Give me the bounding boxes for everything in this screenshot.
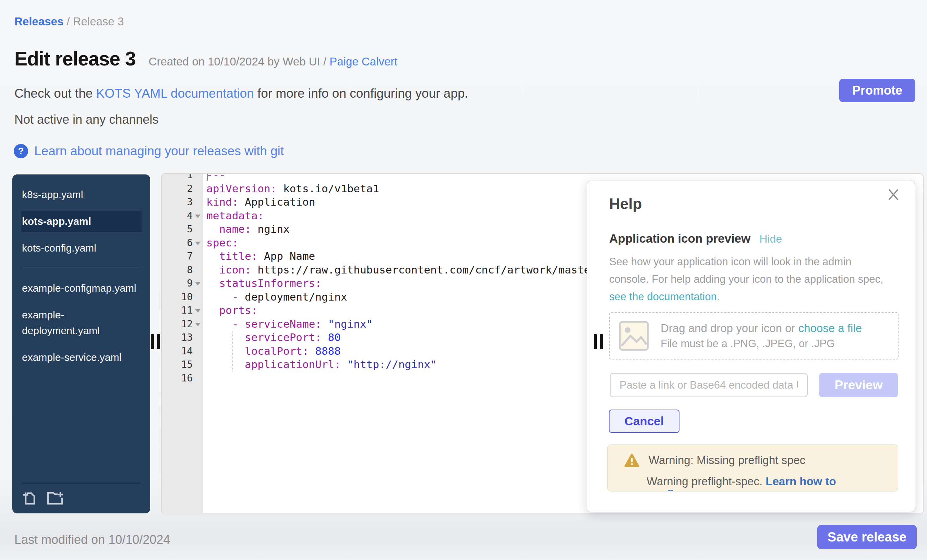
icon-dropzone[interactable]: Drag and drop your icon or choose a file… (609, 312, 898, 360)
line-number: 3 (162, 195, 193, 209)
doc-info-prefix: Check out the (14, 87, 96, 100)
warning-icon (624, 453, 640, 467)
page-title: Edit release 3 (14, 47, 136, 70)
sidebar-divider (21, 268, 141, 268)
line-number: 6 (162, 236, 193, 250)
line-number: 2 (162, 182, 193, 196)
edit-release-page: Releases / Release 3 Edit release 3 Crea… (0, 0, 927, 560)
new-folder-button[interactable] (45, 490, 64, 506)
preflight-warning: Warning: Missing preflight spec Warning … (607, 445, 898, 492)
new-file-button[interactable] (21, 490, 37, 506)
question-icon: ? (14, 144, 28, 158)
file-list: k8s-app.yamlkots-app.yamlkots-config.yam… (12, 184, 150, 368)
dropzone-prompt: Drag and drop your icon or (661, 322, 798, 334)
sidebar-actions (21, 483, 141, 506)
warning-text: Warning: Missing preflight spec (649, 454, 805, 467)
fold-spacer (193, 249, 203, 263)
author-link[interactable]: Paige Calvert (330, 55, 397, 68)
fold-spacer (193, 372, 203, 385)
choose-file-link[interactable]: choose a file (798, 322, 862, 334)
fold-caret-icon[interactable] (193, 276, 203, 290)
description-period: . (717, 291, 720, 303)
breadcrumb-current: Release 3 (73, 15, 124, 28)
breadcrumb-separator: / (67, 15, 73, 28)
kots-yaml-doc-link[interactable]: KOTS YAML documentation (96, 87, 254, 100)
fold-spacer (193, 222, 203, 236)
channel-status: Not active in any channels (14, 112, 158, 127)
created-info: Created on 10/10/2024 by Web UI / Paige … (149, 55, 398, 68)
fold-caret-icon[interactable] (193, 317, 203, 331)
line-number: 16 (162, 372, 193, 385)
doc-info-suffix: for more info on configuring your app. (254, 87, 468, 100)
dropzone-filetypes: File must be a .PNG, .JPEG, or .JPG (661, 338, 862, 350)
save-release-button[interactable]: Save release (817, 525, 917, 549)
fold-spacer (193, 358, 203, 372)
sidebar-item-k8s-app-yaml[interactable]: k8s-app.yaml (21, 184, 141, 205)
sidebar-item-kots-app-yaml[interactable]: kots-app.yaml (21, 211, 141, 232)
help-title: Help (609, 195, 642, 212)
help-close-button[interactable] (886, 187, 901, 202)
fold-spacer (193, 263, 203, 277)
image-placeholder-icon (619, 320, 649, 351)
close-icon (886, 187, 901, 202)
dropzone-text: Drag and drop your icon or choose a file… (661, 322, 862, 350)
fold-spacer (193, 182, 203, 196)
git-releases-link[interactable]: Learn about managing your releases with … (34, 144, 284, 158)
created-text: Created on 10/10/2024 by Web UI / (149, 55, 330, 68)
editor-cursor (207, 173, 208, 181)
fold-spacer (193, 290, 203, 304)
editor-resize-handle-left[interactable] (151, 334, 160, 349)
line-number: 7 (162, 249, 193, 263)
breadcrumb: Releases / Release 3 (14, 15, 124, 28)
line-number: 10 (162, 290, 193, 304)
line-number: 14 (162, 344, 193, 358)
line-number: 15 (162, 358, 193, 372)
fold-caret-icon[interactable] (193, 304, 203, 317)
sidebar-item-kots-config-yaml[interactable]: kots-config.yaml (21, 238, 141, 259)
line-number: 8 (162, 263, 193, 277)
file-sidebar: k8s-app.yamlkots-app.yamlkots-config.yam… (12, 175, 150, 513)
sidebar-item-example-configmap-yaml[interactable]: example-configmap.yaml (21, 278, 141, 299)
doc-info-line: Check out the KOTS YAML documentation fo… (14, 87, 468, 101)
cancel-button[interactable]: Cancel (609, 410, 679, 433)
warning-detail: Warning preflight-spec. Learn how to con… (647, 475, 887, 492)
help-panel: Help Application icon preview Hide See h… (587, 181, 915, 512)
preview-button[interactable]: Preview (819, 373, 898, 397)
description-text: See how your application icon will look … (609, 256, 883, 285)
promote-button[interactable]: Promote (839, 79, 915, 102)
git-help-row: ? Learn about managing your releases wit… (14, 144, 284, 158)
sidebar-item-example-service-yaml[interactable]: example-service.yaml (21, 347, 141, 368)
line-number: 5 (162, 222, 193, 236)
line-number: 12 (162, 317, 193, 331)
fold-spacer (193, 195, 203, 209)
fold-caret-icon[interactable] (193, 209, 203, 223)
line-number: 9 (162, 276, 193, 290)
title-row: Edit release 3 Created on 10/10/2024 by … (14, 47, 397, 70)
line-number: 13 (162, 331, 193, 344)
icon-url-input[interactable] (610, 373, 808, 397)
icon-preview-title: Application icon preview (609, 232, 751, 245)
hide-link[interactable]: Hide (759, 233, 782, 245)
new-folder-icon (45, 490, 64, 506)
icon-preview-description: See how your application icon will look … (609, 253, 894, 305)
warning-detail-text: Warning preflight-spec. (647, 475, 766, 488)
fold-caret-icon[interactable] (193, 236, 203, 250)
line-number: 11 (162, 304, 193, 317)
sidebar-item-example-deployment-yaml[interactable]: example-deployment.yaml (21, 304, 141, 341)
fold-spacer (193, 331, 203, 344)
new-file-icon (21, 490, 37, 506)
line-number: 1 (162, 173, 193, 182)
indent-guide (232, 331, 233, 372)
editor-resize-handle-right[interactable] (594, 334, 603, 349)
breadcrumb-releases-link[interactable]: Releases (14, 15, 64, 28)
fold-spacer (193, 173, 203, 182)
icon-preview-section-header: Application icon preview Hide (609, 232, 782, 245)
fold-spacer (193, 344, 203, 358)
last-modified-text: Last modified on 10/10/2024 (14, 533, 170, 547)
see-documentation-link[interactable]: see the documentation (609, 291, 717, 303)
line-number: 4 (162, 209, 193, 223)
